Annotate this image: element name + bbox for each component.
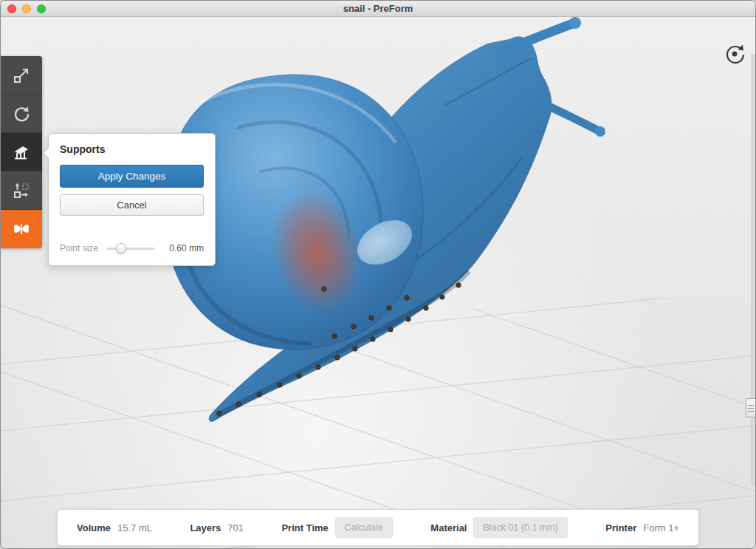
orbit-view-button[interactable] [723,42,746,66]
tentacle-upper-tip [569,17,581,29]
print-time-stat: Print Time Calculate [281,517,392,538]
printer-label: Printer [605,522,636,533]
point-size-slider-handle[interactable] [116,243,126,253]
material-stat: Material Black 01 (0.1 mm) [430,517,568,538]
layers-value: 701 [227,522,244,533]
point-size-row: Point size 0.60 mm [60,243,204,253]
point-size-slider[interactable] [107,248,154,250]
tool-layout-button[interactable] [1,171,42,210]
tool-supports-button[interactable] [1,133,42,171]
apply-changes-button[interactable]: Apply Changes [60,165,204,188]
3d-viewport[interactable] [1,17,756,549]
tool-sidebar [1,56,42,248]
titlebar: snail - PreForm [1,1,755,17]
tool-print-button[interactable] [1,210,42,248]
print-time-label: Print Time [281,522,328,533]
printer-value: Form 1+ [643,522,679,533]
point-size-value: 0.60 mm [169,243,204,253]
window-title: snail - PreForm [1,1,755,16]
layer-slider-handle[interactable] [746,398,755,417]
preform-window: snail - PreForm [0,0,756,549]
close-button[interactable] [7,4,16,13]
volume-value: 15.7 mL [117,522,152,533]
layers-stat: Layers 701 [190,522,244,533]
layer-slider-track[interactable] [752,54,755,486]
snail-model[interactable] [165,17,605,422]
printer-stat: Printer Form 1+ [605,522,679,533]
minimize-button[interactable] [22,4,31,13]
status-bar: Volume 15.7 mL Layers 701 Print Time Cal… [57,509,699,546]
zoom-button[interactable] [37,4,46,13]
scene-canvas [1,17,756,549]
material-label: Material [430,522,467,533]
material-button[interactable]: Black 01 (0.1 mm) [473,517,567,538]
volume-label: Volume [77,522,111,533]
orbit-view-icon [723,42,746,66]
tentacle-lower-tip [595,126,605,137]
tool-orient-button[interactable] [1,95,42,133]
cancel-button[interactable]: Cancel [60,194,204,216]
tool-size-button[interactable] [1,56,42,95]
window-controls [7,4,46,13]
supports-icon [12,143,31,162]
layers-label: Layers [190,522,221,533]
supports-panel: Supports Apply Changes Cancel Point size… [48,133,216,266]
point-size-label: Point size [60,243,98,253]
layout-icon [12,181,31,200]
scale-icon [12,66,31,85]
butterfly-icon [11,219,32,239]
volume-stat: Volume 15.7 mL [77,522,152,533]
supports-panel-title: Supports [60,143,204,155]
rotate-icon [12,104,31,123]
tentacle-upper [500,24,571,52]
calculate-button[interactable]: Calculate [335,517,393,538]
